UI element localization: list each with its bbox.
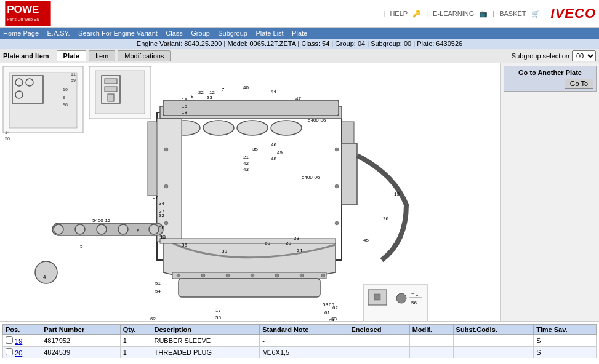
svg-text:10: 10 [63, 87, 68, 92]
svg-point-57 [321, 274, 325, 277]
svg-text:4: 4 [43, 274, 46, 280]
row-enclosed [348, 347, 409, 358]
svg-point-37 [164, 221, 168, 225]
tab-modifications[interactable]: Modifications [118, 50, 171, 61]
svg-text:18: 18 [182, 109, 187, 115]
svg-text:14: 14 [5, 130, 10, 135]
svg-text:43: 43 [243, 167, 249, 172]
basket-link[interactable]: BASKET [499, 10, 526, 17]
svg-text:59: 59 [71, 78, 76, 82]
svg-text:55: 55 [215, 315, 221, 320]
subgroup-select[interactable]: 00 01 [572, 50, 596, 61]
svg-text:17: 17 [215, 307, 221, 313]
row-modif [409, 347, 453, 358]
row-part-number: 4817952 [41, 335, 121, 347]
svg-point-47 [35, 261, 57, 283]
svg-point-55 [275, 274, 279, 277]
svg-rect-22 [105, 87, 117, 92]
main-content: 11 59 10 9 58 14 50 [0, 63, 599, 322]
svg-text:= 1: = 1 [411, 291, 419, 297]
svg-point-46 [149, 224, 159, 234]
parts-table: Pos. Part Number Qty. Description Standa… [2, 324, 597, 358]
plate-and-item-label: Plate and Item [3, 52, 49, 60]
svg-point-51 [177, 274, 180, 277]
svg-text:5: 5 [80, 243, 83, 249]
basket-icon: 🛒 [531, 10, 540, 18]
svg-marker-4 [39, 1, 51, 26]
pos-link[interactable]: 19 [15, 338, 22, 345]
elearning-link[interactable]: E-LEARNING [433, 10, 474, 17]
svg-text:24: 24 [297, 248, 302, 253]
row-pos-cell: 19 [3, 335, 41, 347]
svg-text:39: 39 [222, 248, 227, 254]
svg-text:22: 22 [198, 90, 204, 95]
help-link[interactable]: HELP [390, 10, 408, 17]
svg-text:27: 27 [159, 208, 164, 214]
col-part-number: Part Number [41, 325, 121, 335]
row-modif [409, 335, 453, 347]
right-panel: Go to Another Plate Go To [501, 63, 599, 321]
breadcrumb: Home Page -- E.A.SY. -- Search For Engin… [3, 30, 307, 37]
svg-text:19: 19 [394, 191, 400, 197]
diagram-svg-wrap: 11 59 10 9 58 14 50 [0, 63, 500, 321]
svg-text:23: 23 [294, 235, 299, 241]
svg-text:20: 20 [286, 240, 291, 246]
svg-text:8: 8 [191, 93, 194, 99]
svg-point-27 [237, 121, 268, 135]
diagram-area: 11 59 10 9 58 14 50 [0, 63, 501, 321]
subgroup-label: Subgroup selection [512, 52, 569, 60]
svg-point-52 [201, 274, 205, 277]
parts-tbody: 1948179521RUBBER SLEEVE-S 2048245391THRE… [3, 335, 597, 358]
svg-text:62: 62 [150, 316, 156, 321]
tab-plate[interactable]: Plate [57, 50, 86, 61]
pos-link[interactable]: 20 [15, 349, 22, 357]
svg-point-38 [335, 148, 339, 151]
tab-bar: Plate and Item Plate Item Modifications … [0, 49, 599, 63]
engine-info: Engine Variant: 8040.25.200 | Model: 006… [137, 40, 462, 47]
svg-text:65: 65 [329, 302, 334, 307]
parts-table-area: Pos. Part Number Qty. Description Standa… [0, 322, 599, 361]
svg-point-54 [251, 274, 254, 277]
svg-point-56 [300, 274, 304, 277]
pipe-separator2: | [426, 10, 428, 17]
svg-text:47: 47 [295, 96, 301, 101]
row-checkbox[interactable] [6, 348, 13, 355]
svg-text:13: 13 [160, 234, 166, 240]
svg-rect-21 [105, 79, 117, 84]
svg-point-118 [396, 293, 406, 303]
table-row: 2048245391THREADED PLUGM16X1,5S [3, 347, 597, 358]
svg-text:Parts On Web Easy Research: Parts On Web Easy Research [7, 17, 62, 22]
col-enclosed: Enclosed [348, 325, 409, 335]
svg-text:33: 33 [207, 95, 212, 100]
svg-text:51: 51 [155, 280, 161, 286]
svg-text:6: 6 [137, 228, 140, 234]
tab-item[interactable]: Item [89, 50, 115, 61]
svg-point-44 [97, 224, 107, 234]
svg-text:60: 60 [265, 240, 270, 246]
col-pos: Pos. [3, 325, 41, 335]
help-icon: 🔑 [412, 10, 421, 18]
goto-plate-title: Go to Another Plate [507, 69, 593, 76]
svg-text:49: 49 [277, 150, 283, 156]
row-description: THREADED PLUG [151, 347, 260, 358]
goto-plate-button[interactable]: Go To [565, 79, 593, 89]
col-subst-codis: Subst.Codis. [453, 325, 534, 335]
svg-text:7: 7 [222, 87, 225, 92]
svg-text:54: 54 [155, 288, 161, 294]
col-modif: Modif. [409, 325, 453, 335]
row-standard-note: M16X1,5 [260, 347, 348, 358]
svg-point-43 [75, 224, 85, 234]
row-time-sav: S [534, 335, 597, 347]
pipe-separator: | [384, 10, 385, 17]
svg-point-40 [335, 221, 339, 225]
row-checkbox[interactable] [6, 336, 13, 344]
svg-rect-32 [157, 119, 182, 242]
svg-point-28 [271, 121, 302, 135]
svg-text:34: 34 [159, 200, 164, 206]
col-time-sav: Time Sav. [534, 325, 597, 335]
row-part-number: 4824539 [41, 347, 121, 358]
svg-text:15: 15 [182, 97, 187, 103]
svg-rect-34 [342, 143, 357, 205]
svg-text:45: 45 [363, 237, 369, 243]
row-enclosed [348, 335, 409, 347]
